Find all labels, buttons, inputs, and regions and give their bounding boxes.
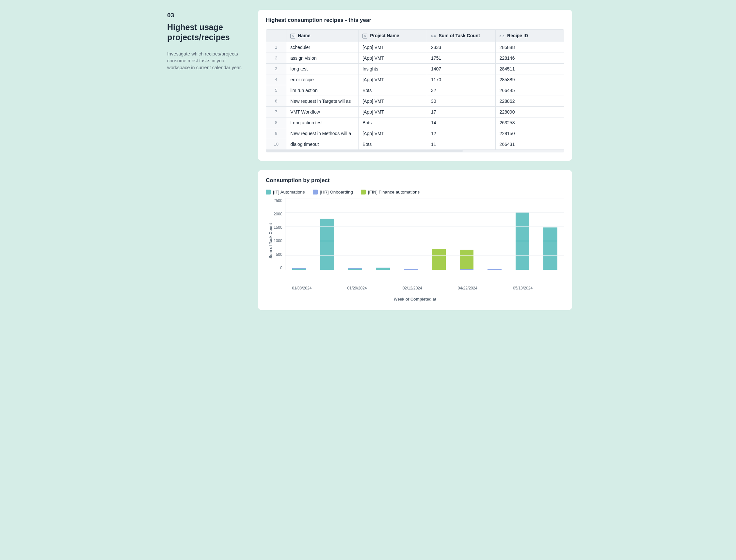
bar-group (397, 198, 425, 270)
bar-group (537, 198, 564, 270)
cell-recipe-id: 263258 (495, 117, 564, 128)
chart-legend: [IT] Automations[HR] Onboarding[FIN] Fin… (266, 190, 564, 194)
cell-task-count: 12 (427, 128, 495, 139)
cell-recipe-id: 266445 (495, 85, 564, 96)
card-title: Consumption by project (266, 177, 564, 184)
cell-name: error recipe (286, 74, 358, 85)
table-row[interactable]: 5llm run actionBots32266445 (266, 85, 564, 96)
cell-project: [App] VMT (358, 74, 427, 85)
x-tick-label (537, 286, 564, 290)
bar[interactable] (488, 269, 502, 270)
y-tick-label: 2500 (274, 198, 282, 203)
legend-label: [FIN] Finance automations (368, 190, 420, 194)
row-number: 7 (266, 106, 286, 117)
bar-segment (348, 269, 362, 270)
cell-name: VMT Workflow (286, 106, 358, 117)
table-row[interactable]: 1scheduler[App] VMT2333285888 (266, 42, 564, 53)
section-number: 03 (167, 12, 249, 19)
cell-recipe-id: 266431 (495, 139, 564, 149)
cell-name: long test (286, 63, 358, 74)
column-header-task-count[interactable]: 0.0Sum of Task Count (427, 30, 495, 42)
legend-item[interactable]: [IT] Automations (266, 190, 305, 194)
table-row[interactable]: 7VMT Workflow[App] VMT17228090 (266, 106, 564, 117)
column-header-project[interactable]: AProject Name (358, 30, 427, 42)
legend-label: [HR] Onboarding (320, 190, 353, 194)
cell-task-count: 30 (427, 96, 495, 106)
cell-name: scheduler (286, 42, 358, 53)
row-number: 2 (266, 53, 286, 63)
x-tick-label (481, 286, 509, 290)
cell-recipe-id: 228862 (495, 96, 564, 106)
x-tick-label: 01/08/2024 (288, 286, 316, 290)
cell-task-count: 1170 (427, 74, 495, 85)
table-row[interactable]: 3long testInsights1407284511 (266, 63, 564, 74)
bar[interactable] (376, 268, 390, 270)
cell-recipe-id: 228146 (495, 53, 564, 63)
legend-item[interactable]: [HR] Onboarding (313, 190, 353, 194)
text-type-icon: A (362, 34, 367, 39)
cell-project: [App] VMT (358, 128, 427, 139)
x-axis-label: Week of Completed at (266, 297, 564, 302)
cell-name: New request in Methods will a (286, 128, 358, 139)
table-row[interactable]: 4error recipe[App] VMT1170285889 (266, 74, 564, 85)
bar[interactable] (404, 269, 418, 270)
y-tick-label: 2000 (274, 212, 282, 216)
bar-group (341, 198, 369, 270)
bar-segment (460, 269, 474, 270)
y-axis-ticks: 25002000150010005000 (273, 198, 285, 270)
y-tick-label: 1500 (274, 225, 282, 230)
x-tick-label: 02/12/2024 (399, 286, 426, 290)
table-row[interactable]: 8Long action testBots14263258 (266, 117, 564, 128)
bar-group (509, 198, 536, 270)
legend-label: [IT] Automations (273, 190, 305, 194)
cell-task-count: 2333 (427, 42, 495, 53)
cell-task-count: 14 (427, 117, 495, 128)
chart-area: Sum of Task Count 25002000150010005000 (266, 198, 564, 283)
row-number-header (266, 30, 286, 42)
x-tick-label: 01/29/2024 (343, 286, 371, 290)
gridline (285, 255, 564, 256)
column-header-name[interactable]: AName (286, 30, 358, 42)
bar-group (369, 198, 397, 270)
x-tick-label (426, 286, 454, 290)
y-axis-label: Sum of Task Count (267, 198, 273, 283)
cell-recipe-id: 284511 (495, 63, 564, 74)
bar-group (453, 198, 480, 270)
consumption-by-project-chart-card: Consumption by project [IT] Automations[… (258, 170, 572, 310)
gridline (285, 198, 564, 198)
bar[interactable] (543, 227, 557, 270)
table-row[interactable]: 9New request in Methods will a[App] VMT1… (266, 128, 564, 139)
column-header-recipe-id[interactable]: 0.0Recipe ID (495, 30, 564, 42)
cell-project: [App] VMT (358, 53, 427, 63)
horizontal-scrollbar-thumb[interactable] (266, 150, 463, 152)
bar[interactable] (460, 250, 474, 270)
legend-swatch (313, 190, 318, 194)
bar-segment (432, 249, 446, 270)
gridline (285, 212, 564, 213)
table-row[interactable]: 6New request in Targets will as[App] VMT… (266, 96, 564, 106)
cell-recipe-id: 228090 (495, 106, 564, 117)
horizontal-scrollbar[interactable] (266, 149, 564, 152)
section-description: Investigate which recipes/projects consu… (167, 51, 245, 71)
cell-project: [App] VMT (358, 106, 427, 117)
bar[interactable] (292, 268, 306, 270)
bar-segment (543, 227, 557, 270)
bar-segment (292, 269, 306, 270)
bar[interactable] (432, 249, 446, 270)
table-row[interactable]: 2assign vision[App] VMT1751228146 (266, 53, 564, 63)
recipes-table: AName AProject Name 0.0Sum of Task Count… (266, 29, 564, 152)
bar[interactable] (348, 268, 362, 270)
bar-group (481, 198, 509, 270)
row-number: 4 (266, 74, 286, 85)
cell-name: dialog timeout (286, 139, 358, 149)
row-number: 10 (266, 139, 286, 149)
cell-recipe-id: 228150 (495, 128, 564, 139)
highest-consumption-table-card: Highest consumption recipes - this year … (258, 10, 572, 161)
y-tick-label: 0 (280, 266, 282, 270)
chart-plot (285, 198, 564, 270)
bar-segment (460, 250, 474, 269)
legend-item[interactable]: [FIN] Finance automations (361, 190, 420, 194)
section-title: Highest usage projects/recipes (167, 22, 249, 43)
bar-group (313, 198, 341, 270)
table-row[interactable]: 10dialog timeoutBots11266431 (266, 139, 564, 149)
